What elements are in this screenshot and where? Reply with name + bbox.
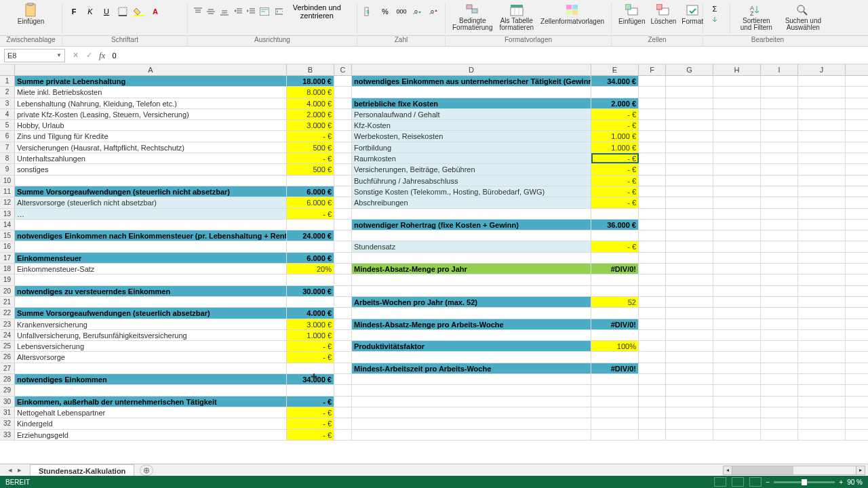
cell-D24[interactable] — [352, 330, 591, 340]
cell-H15[interactable] — [713, 230, 761, 241]
cell-A10[interactable] — [15, 176, 287, 186]
cell-A18[interactable]: Einkommensteuer-Satz — [15, 264, 287, 274]
column-header-I[interactable]: I — [761, 64, 798, 75]
cell-B14[interactable] — [287, 220, 334, 230]
cell-E32[interactable] — [591, 418, 639, 428]
scroll-right-button[interactable]: ▸ — [856, 466, 865, 475]
row-header[interactable]: 15 — [0, 230, 15, 241]
fill-button[interactable] — [707, 15, 722, 24]
cell-I23[interactable] — [761, 319, 798, 329]
column-header-A[interactable]: A — [15, 64, 287, 75]
cell-C23[interactable] — [334, 319, 352, 329]
add-sheet-button[interactable]: ⊕ — [140, 465, 153, 476]
cell-F8[interactable] — [639, 153, 666, 163]
cell-F24[interactable] — [639, 330, 666, 340]
conditional-formatting-button[interactable]: Bedingte Formatierung — [450, 3, 495, 31]
cell-I30[interactable] — [761, 396, 798, 407]
cell-J5[interactable] — [798, 120, 846, 130]
cell-A12[interactable]: Altersvorsorge (steuerlich nicht absetzb… — [15, 197, 287, 207]
cell-F10[interactable] — [639, 176, 666, 186]
cell-C31[interactable] — [334, 407, 352, 418]
column-header-H[interactable]: H — [713, 64, 761, 75]
cell-I20[interactable] — [761, 286, 798, 296]
cell-B16[interactable] — [287, 241, 334, 251]
cell-G18[interactable] — [666, 264, 713, 274]
cell-B1[interactable]: 18.000 € — [287, 76, 334, 86]
cell-A5[interactable]: Hobby, Urlaub — [15, 120, 287, 130]
cell-A11[interactable]: Summe Vorsorgeaufwendungen (steuerlich n… — [15, 186, 287, 197]
cell-A2[interactable]: Miete inkl. Betriebskosten — [15, 87, 287, 97]
cell-H7[interactable] — [713, 142, 761, 152]
cell-G29[interactable] — [666, 385, 713, 395]
cell-H30[interactable] — [713, 396, 761, 407]
cell-A26[interactable]: Altersvorsorge — [15, 352, 287, 362]
cell-G11[interactable] — [666, 186, 713, 197]
cell-C14[interactable] — [334, 220, 352, 230]
cell-A6[interactable]: Zins und Tilgung für Kredite — [15, 131, 287, 141]
cell-B5[interactable]: 3.000 € — [287, 120, 334, 130]
cell-C24[interactable] — [334, 330, 352, 340]
cell-A27[interactable] — [15, 363, 287, 373]
cell-F7[interactable] — [639, 142, 666, 152]
row-header[interactable]: 30 — [0, 396, 15, 407]
cell-D3[interactable]: betriebliche fixe Kosten — [352, 98, 591, 108]
cell-J28[interactable] — [798, 374, 846, 384]
cell-C22[interactable] — [334, 308, 352, 318]
cell-G6[interactable] — [666, 131, 713, 141]
cell-B17[interactable]: 6.000 € — [287, 253, 334, 263]
cell-J33[interactable] — [798, 430, 846, 440]
cell-E31[interactable] — [591, 407, 639, 418]
cell-G10[interactable] — [666, 176, 713, 186]
cell-D2[interactable] — [352, 87, 591, 97]
cell-D27[interactable]: Mindest-Arbeitszeit pro Arbeits-Woche — [352, 363, 591, 373]
font-color-button[interactable]: A — [148, 5, 163, 18]
cell-C19[interactable] — [334, 274, 352, 285]
cell-J3[interactable] — [798, 98, 846, 108]
cell-C2[interactable] — [334, 87, 352, 97]
cell-F17[interactable] — [639, 253, 666, 263]
cell-F12[interactable] — [639, 197, 666, 207]
cell-C30[interactable] — [334, 396, 352, 407]
cell-H8[interactable] — [713, 153, 761, 163]
cell-F30[interactable] — [639, 396, 666, 407]
cell-J21[interactable] — [798, 297, 846, 307]
align-top-button[interactable] — [192, 5, 204, 18]
cell-E11[interactable]: - € — [591, 186, 639, 197]
row-header[interactable]: 17 — [0, 253, 15, 263]
align-bottom-button[interactable] — [218, 5, 231, 18]
cell-A13[interactable]: … — [15, 209, 287, 219]
cell-C21[interactable] — [334, 297, 352, 307]
cell-F14[interactable] — [639, 220, 666, 230]
row-header[interactable]: 6 — [0, 131, 15, 141]
cell-I9[interactable] — [761, 164, 798, 174]
row-header[interactable]: 5 — [0, 120, 15, 130]
cell-I33[interactable] — [761, 430, 798, 440]
cancel-formula-button[interactable]: ✕ — [69, 49, 81, 62]
cell-C15[interactable] — [334, 230, 352, 241]
cell-F15[interactable] — [639, 230, 666, 241]
increase-indent-button[interactable] — [245, 5, 258, 18]
cell-C32[interactable] — [334, 418, 352, 428]
cell-D28[interactable] — [352, 374, 591, 384]
row-header[interactable]: 2 — [0, 87, 15, 97]
cell-D9[interactable]: Versicherungen, Beiträge, Gebühren — [352, 164, 591, 174]
row-header[interactable]: 11 — [0, 186, 15, 197]
cell-G2[interactable] — [666, 87, 713, 97]
cell-H31[interactable] — [713, 407, 761, 418]
cell-I8[interactable] — [761, 153, 798, 163]
cell-I27[interactable] — [761, 363, 798, 373]
cell-E15[interactable] — [591, 230, 639, 241]
cell-I17[interactable] — [761, 253, 798, 263]
cell-C29[interactable] — [334, 385, 352, 395]
cell-G8[interactable] — [666, 153, 713, 163]
row-header[interactable]: 29 — [0, 385, 15, 395]
row-header[interactable]: 8 — [0, 153, 15, 163]
cell-D30[interactable] — [352, 396, 591, 407]
cell-J17[interactable] — [798, 253, 846, 263]
cell-J29[interactable] — [798, 385, 846, 395]
cell-H33[interactable] — [713, 430, 761, 440]
cell-H13[interactable] — [713, 209, 761, 219]
cell-B27[interactable] — [287, 363, 334, 373]
select-all-corner[interactable] — [0, 64, 15, 75]
cell-D4[interactable]: Personalaufwand / Gehalt — [352, 109, 591, 119]
